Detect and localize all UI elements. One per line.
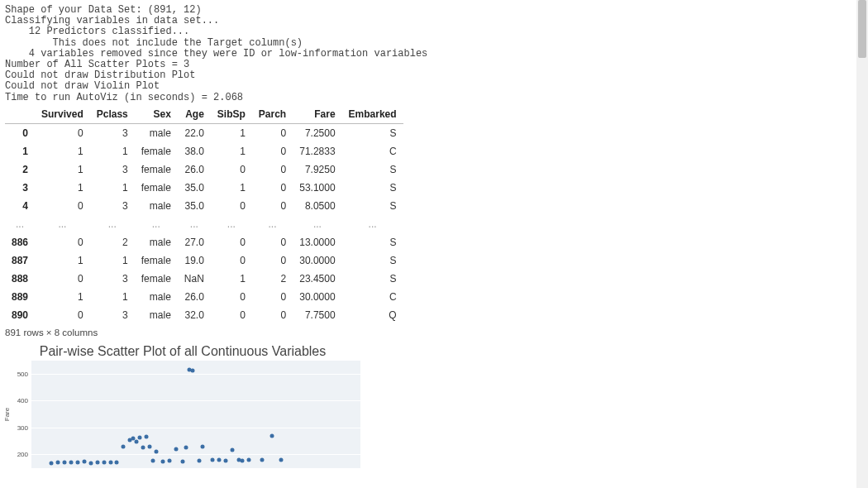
cell: 3: [90, 123, 135, 142]
scatter-point: [197, 458, 201, 462]
row-index: 4: [5, 197, 35, 215]
scrollbar-vertical[interactable]: [856, 0, 868, 488]
scatter-point: [230, 447, 234, 452]
scatter-point: [246, 457, 250, 462]
cell: 0: [252, 197, 293, 215]
cell: Q: [342, 306, 403, 324]
column-header: Pclass: [90, 105, 135, 124]
cell: S: [342, 197, 403, 215]
cell: S: [342, 123, 403, 142]
scatter-point: [151, 458, 155, 462]
scatter-point: [279, 457, 284, 462]
scatter-point: [269, 434, 274, 438]
cell: 7.7500: [293, 306, 341, 324]
ellipsis-cell: ...: [35, 215, 90, 233]
cell: female: [135, 251, 178, 270]
gridline: [31, 428, 360, 428]
table-row: 88803femaleNaN1223.4500S: [5, 270, 403, 288]
scatter-point: [62, 460, 66, 464]
cell: 0: [35, 270, 90, 288]
scatter-point: [155, 450, 159, 454]
ellipsis-cell: ...: [90, 215, 135, 233]
column-header: Age: [178, 105, 211, 124]
ellipsis-row: ...........................: [5, 215, 403, 233]
cell: NaN: [178, 270, 211, 288]
table-shape-text: 891 rows × 8 columns: [5, 328, 863, 337]
cell: 8.0500: [293, 197, 341, 215]
cell: 0: [211, 306, 252, 324]
cell: 30.0000: [293, 288, 341, 306]
cell: 1: [211, 123, 252, 142]
cell: 23.4500: [293, 270, 341, 288]
cell: C: [342, 288, 403, 306]
scatter-point: [115, 460, 119, 464]
scatter-point: [102, 461, 106, 465]
cell: 35.0: [178, 197, 211, 215]
cell: 38.0: [178, 142, 211, 160]
cell: 22.0: [178, 123, 211, 142]
cell: C: [342, 142, 403, 160]
ellipsis-cell: ...: [252, 215, 293, 233]
ellipsis-cell: ...: [5, 215, 35, 233]
row-index: 1: [5, 142, 35, 160]
table-row: 403male35.0008.0500S: [5, 197, 403, 215]
cell: male: [135, 123, 178, 142]
ellipsis-cell: ...: [135, 215, 178, 233]
row-index: 886: [5, 233, 35, 251]
cell: 1: [90, 288, 135, 306]
table-row: 311female35.01053.1000S: [5, 179, 403, 197]
cell: 3: [90, 306, 135, 324]
y-tick-label: 500: [17, 370, 28, 377]
cell: 26.0: [178, 288, 211, 306]
cell: 1: [35, 142, 90, 160]
cell: 1: [211, 142, 252, 160]
cell: 0: [211, 288, 252, 306]
cell: 71.2833: [293, 142, 341, 160]
console-output: Shape of your Data Set: (891, 12) Classi…: [5, 5, 863, 103]
scatter-point: [55, 460, 60, 464]
scroll-thumb[interactable]: [858, 0, 866, 58]
cell: female: [135, 270, 178, 288]
cell: S: [342, 251, 403, 270]
cell: 1: [35, 179, 90, 197]
cell: female: [135, 179, 178, 197]
plot-area: [31, 361, 360, 468]
scatter-point: [168, 458, 172, 462]
cell: 26.0: [178, 160, 211, 179]
scatter-point: [88, 461, 93, 465]
table-row: 89003male32.0007.7500Q: [5, 306, 403, 324]
cell: 0: [211, 197, 252, 215]
gridline: [31, 400, 360, 401]
scatter-point: [108, 460, 112, 464]
table-row: 88711female19.00030.0000S: [5, 251, 403, 270]
table-row: 213female26.0007.9250S: [5, 160, 403, 179]
scatter-point: [174, 447, 179, 451]
row-index: 888: [5, 270, 35, 288]
cell: 2: [90, 233, 135, 251]
ellipsis-cell: ...: [178, 215, 211, 233]
ellipsis-cell: ...: [211, 215, 252, 233]
cell: 35.0: [178, 179, 211, 197]
column-header: Embarked: [342, 105, 403, 124]
cell: 0: [211, 160, 252, 179]
cell: male: [135, 288, 178, 306]
column-header: Survived: [35, 105, 90, 124]
cell: female: [135, 160, 178, 179]
cell: 7.9250: [293, 160, 341, 179]
column-header: SibSp: [211, 105, 252, 124]
scatter-point: [49, 461, 53, 465]
scatter-point: [240, 459, 244, 463]
scatter-point: [217, 457, 221, 462]
scatter-point: [145, 435, 149, 439]
row-index: 3: [5, 179, 35, 197]
scatter-point: [181, 459, 185, 463]
row-index: 889: [5, 288, 35, 306]
cell: 0: [35, 123, 90, 142]
cell: 1: [90, 179, 135, 197]
cell: 0: [211, 251, 252, 270]
column-header: Fare: [293, 105, 341, 124]
cell: 1: [35, 251, 90, 270]
scatter-point: [260, 458, 264, 462]
cell: 1: [90, 142, 135, 160]
scatter-point: [69, 460, 73, 464]
